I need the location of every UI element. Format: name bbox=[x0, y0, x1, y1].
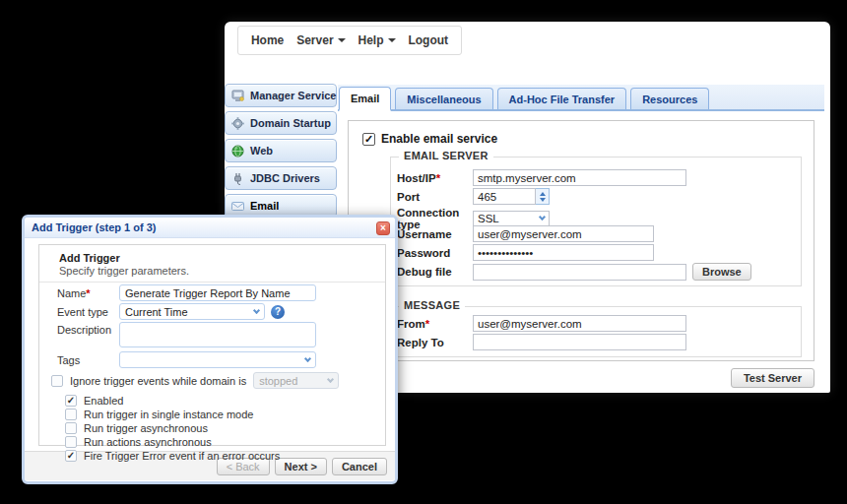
dialog-header: Add Trigger Specify trigger parameters. bbox=[39, 245, 385, 283]
event-type-select[interactable]: Current Time bbox=[119, 303, 265, 320]
plug-icon bbox=[231, 172, 244, 185]
caret-down-icon bbox=[338, 38, 346, 42]
reply-to-input[interactable] bbox=[473, 334, 686, 350]
sidebar-item-label: Email bbox=[250, 200, 279, 212]
connection-type-value: SSL bbox=[478, 213, 499, 224]
nav-help-menu[interactable]: Help bbox=[358, 33, 395, 47]
nav-home-label: Home bbox=[251, 33, 284, 47]
add-trigger-dialog: Add Trigger (step 1 of 3) × Add Trigger … bbox=[22, 215, 398, 484]
required-asterisk: * bbox=[86, 287, 90, 299]
ignore-trigger-checkbox[interactable] bbox=[51, 375, 63, 387]
tags-select[interactable] bbox=[119, 351, 316, 368]
sidebar-item-label: JDBC Drivers bbox=[250, 172, 320, 184]
message-fieldset: MESSAGE From* Reply To bbox=[390, 306, 802, 357]
sidebar-item-jdbc-drivers[interactable]: JDBC Drivers bbox=[225, 166, 337, 190]
from-input[interactable] bbox=[473, 315, 686, 332]
message-legend: MESSAGE bbox=[399, 299, 465, 311]
nav-help-label: Help bbox=[358, 33, 383, 47]
port-input[interactable] bbox=[473, 188, 536, 205]
email-settings-panel: ✓ Enable email service EMAIL SERVER Host… bbox=[348, 120, 814, 361]
chevron-down-icon bbox=[539, 214, 546, 220]
single-instance-label: Run trigger in single instance mode bbox=[84, 409, 253, 420]
tab-strip: Email Miscellaneous Ad-Hoc File Transfer… bbox=[338, 85, 824, 111]
name-label: Name* bbox=[57, 287, 119, 299]
debug-file-input[interactable] bbox=[473, 264, 686, 281]
gear-icon bbox=[231, 117, 244, 130]
description-label: Description bbox=[57, 322, 119, 336]
username-label: Username bbox=[397, 228, 473, 240]
event-type-label: Event type bbox=[57, 306, 119, 318]
tab-label: Resources bbox=[642, 94, 697, 105]
chevron-down-icon bbox=[327, 375, 334, 382]
host-input[interactable] bbox=[473, 169, 686, 186]
email-server-fieldset: EMAIL SERVER Host/IP* Port Connection ty… bbox=[390, 157, 802, 286]
enable-email-label: Enable email service bbox=[381, 132, 497, 146]
envelope-icon bbox=[231, 200, 244, 213]
dialog-form-panel: Add Trigger Specify trigger parameters. … bbox=[38, 244, 386, 446]
dialog-body: Add Trigger Specify trigger parameters. … bbox=[25, 238, 395, 451]
from-label: From* bbox=[397, 318, 473, 330]
spinner-up-icon bbox=[540, 192, 546, 196]
domain-state-select: stopped bbox=[253, 372, 339, 389]
dialog-titlebar[interactable]: Add Trigger (step 1 of 3) bbox=[25, 218, 395, 238]
connection-type-select[interactable]: SSL bbox=[473, 211, 550, 227]
event-type-value: Current Time bbox=[125, 306, 188, 318]
fire-error-checkbox[interactable]: ✓ bbox=[65, 450, 77, 462]
nav-server-label: Server bbox=[296, 33, 333, 47]
chevron-down-icon bbox=[304, 354, 311, 361]
tab-adhoc-file-transfer[interactable]: Ad-Hoc File Transfer bbox=[497, 88, 627, 109]
tab-label: Miscellaneous bbox=[407, 94, 481, 105]
username-input[interactable] bbox=[473, 225, 654, 242]
actions-async-checkbox[interactable] bbox=[65, 436, 77, 448]
enabled-checkbox[interactable]: ✓ bbox=[65, 395, 77, 407]
test-server-button[interactable]: Test Server bbox=[731, 368, 814, 388]
enable-email-checkbox[interactable]: ✓ bbox=[362, 133, 375, 146]
domain-state-value: stopped bbox=[259, 375, 297, 387]
password-input[interactable] bbox=[473, 244, 654, 261]
required-asterisk: * bbox=[436, 172, 440, 184]
tab-label: Ad-Hoc File Transfer bbox=[509, 94, 616, 105]
port-label: Port bbox=[397, 191, 473, 203]
browse-button[interactable]: Browse bbox=[692, 263, 751, 281]
fire-error-label: Fire Trigger Error event if an error occ… bbox=[84, 450, 280, 462]
cancel-button[interactable]: Cancel bbox=[332, 458, 387, 475]
trigger-name-input[interactable] bbox=[119, 284, 316, 301]
nav-server-menu[interactable]: Server bbox=[296, 33, 345, 47]
tab-miscellaneous[interactable]: Miscellaneous bbox=[395, 88, 492, 109]
server-icon bbox=[231, 90, 244, 102]
dialog-title: Add Trigger (step 1 of 3) bbox=[32, 221, 157, 233]
tags-label: Tags bbox=[57, 354, 119, 366]
port-spinner[interactable] bbox=[536, 188, 550, 205]
tab-label: Email bbox=[351, 93, 379, 104]
email-server-legend: EMAIL SERVER bbox=[399, 150, 493, 161]
nav-home[interactable]: Home bbox=[251, 33, 284, 47]
next-button[interactable]: Next > bbox=[275, 458, 327, 475]
top-nav: Home Server Help Logout bbox=[237, 26, 462, 55]
trigger-async-checkbox[interactable] bbox=[65, 422, 77, 434]
close-icon[interactable]: × bbox=[376, 221, 390, 235]
host-label: Host/IP* bbox=[397, 172, 473, 184]
reply-to-label: Reply To bbox=[397, 337, 473, 348]
help-icon[interactable]: ? bbox=[271, 305, 285, 319]
spinner-down-icon bbox=[540, 198, 546, 202]
caret-down-icon bbox=[388, 38, 396, 42]
globe-icon bbox=[231, 145, 244, 158]
screen-background: Home Server Help Logout Manager Service … bbox=[0, 0, 847, 504]
nav-logout-label: Logout bbox=[408, 33, 448, 47]
enabled-label: Enabled bbox=[84, 395, 123, 407]
actions-async-label: Run actions asynchronous bbox=[84, 436, 212, 448]
single-instance-checkbox[interactable] bbox=[65, 409, 77, 420]
required-asterisk: * bbox=[425, 318, 429, 330]
chevron-down-icon bbox=[253, 306, 260, 313]
password-label: Password bbox=[397, 247, 473, 259]
enable-email-row: ✓ Enable email service bbox=[362, 132, 497, 146]
tab-email[interactable]: Email bbox=[339, 87, 391, 111]
trigger-async-label: Run trigger asynchronous bbox=[84, 422, 208, 434]
sidebar-item-manager-service[interactable]: Manager Service bbox=[225, 84, 337, 107]
sidebar-item-web[interactable]: Web bbox=[225, 139, 337, 162]
tab-resources[interactable]: Resources bbox=[630, 88, 709, 109]
sidebar-item-label: Manager Service bbox=[250, 90, 336, 101]
nav-logout[interactable]: Logout bbox=[408, 33, 448, 47]
sidebar-item-domain-startup[interactable]: Domain Startup bbox=[225, 111, 337, 135]
description-textarea[interactable] bbox=[119, 322, 316, 347]
